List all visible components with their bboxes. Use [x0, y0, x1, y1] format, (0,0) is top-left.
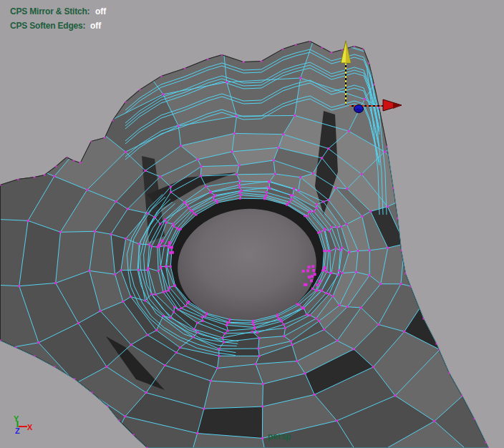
hud-value: off: [90, 21, 101, 31]
camera-name-label: persp: [268, 432, 291, 442]
manipulator-center-handle[interactable]: [354, 105, 364, 113]
hud-label: CPS Soften Edges:: [10, 21, 85, 31]
axis-x-label: X: [27, 423, 33, 432]
viewport-3d[interactable]: YXZ: [0, 0, 504, 448]
maya-viewport: YXZ CPS Mirror & Stitch: off CPS Soften …: [0, 0, 504, 448]
hud-value: off: [95, 6, 106, 16]
hud-line-soften-edges: CPS Soften Edges: off: [10, 21, 89, 35]
axis-z-label: Z: [15, 427, 20, 435]
axis-y-label: Y: [14, 414, 19, 423]
hud-cps-status: CPS Mirror & Stitch: off CPS Soften Edge…: [10, 6, 89, 35]
hud-line-mirror-stitch: CPS Mirror & Stitch: off: [10, 6, 89, 21]
hud-label: CPS Mirror & Stitch:: [10, 6, 89, 16]
